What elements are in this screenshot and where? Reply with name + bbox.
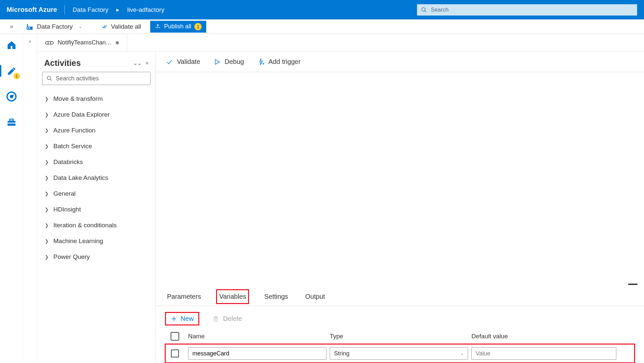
publish-all-button[interactable]: Publish all 1 <box>150 21 206 33</box>
activities-item[interactable]: ❯Machine Learning <box>42 233 151 249</box>
validate-all-button[interactable]: Validate all <box>101 23 141 30</box>
activities-search-placeholder: Search activities <box>56 75 99 82</box>
tab-variables[interactable]: Variables <box>216 289 249 304</box>
tab-output[interactable]: Output <box>303 290 327 303</box>
validate-label: Validate <box>177 58 200 66</box>
tabs-expand-col[interactable]: » <box>23 34 37 363</box>
chevron-down-icon: ⌄ <box>461 351 464 356</box>
activities-item-label: Data Lake Analytics <box>53 174 108 182</box>
activities-item[interactable]: ❯Azure Function <box>42 123 151 138</box>
breadcrumb-current[interactable]: live-adfactory <box>127 6 164 14</box>
gauge-icon <box>6 91 17 102</box>
rail-monitor[interactable] <box>4 89 19 104</box>
chevron-right-icon: ❯ <box>45 159 49 165</box>
plus-icon <box>171 316 177 322</box>
rail-manage[interactable] <box>4 114 19 130</box>
activities-item-label: Iteration & conditionals <box>53 222 117 229</box>
svg-rect-11 <box>10 119 13 121</box>
search-placeholder: Search <box>431 7 449 13</box>
trash-icon <box>212 316 219 322</box>
activities-item[interactable]: ❯Databricks <box>42 154 151 170</box>
chevron-right-icon: ❯ <box>45 175 49 181</box>
play-icon <box>213 58 221 66</box>
chevron-right-icon: ❯ <box>45 223 49 228</box>
breadcrumb-separator <box>65 5 65 14</box>
brand-label[interactable]: Microsoft Azure <box>7 6 57 14</box>
tab-settings[interactable]: Settings <box>262 290 290 303</box>
validate-all-icon <box>101 24 108 30</box>
properties-tabs: Parameters Variables Settings Output <box>156 288 644 306</box>
row-checkbox[interactable] <box>171 349 179 357</box>
rail-home[interactable] <box>4 37 19 53</box>
chevron-right-icon: ❯ <box>45 144 49 149</box>
select-all-checkbox[interactable] <box>171 332 179 341</box>
pipeline-icon <box>45 40 54 46</box>
breadcrumb-root[interactable]: Data Factory <box>72 6 108 14</box>
publish-icon <box>155 24 161 30</box>
new-label: New <box>181 315 194 322</box>
validate-all-label: Validate all <box>111 23 141 30</box>
tab-parameters[interactable]: Parameters <box>165 290 203 303</box>
variables-table: Name Type Default value String ⌄ <box>156 329 644 363</box>
data-factory-label: Data Factory <box>37 23 73 30</box>
delete-variable-button[interactable]: Delete <box>212 315 242 322</box>
activities-item-label: Power Query <box>53 253 90 261</box>
validate-button[interactable]: Validate <box>166 58 200 66</box>
search-icon <box>421 7 427 13</box>
activities-title: Activities <box>44 58 81 68</box>
activities-item[interactable]: ❯Iteration & conditionals <box>42 217 151 233</box>
activities-collapse-icon[interactable]: ⌄⌄ <box>133 60 142 66</box>
debug-button[interactable]: Debug <box>213 58 244 66</box>
variables-header-row: Name Type Default value <box>165 329 635 344</box>
canvas-toolbar: Validate Debug Add trigger <box>156 52 644 72</box>
svg-marker-18 <box>215 59 219 64</box>
pipeline-tab[interactable]: NotifiyTeamsChan… <box>37 34 127 51</box>
global-search[interactable]: Search <box>417 4 637 16</box>
col-type: Type <box>330 333 468 340</box>
check-icon <box>166 58 173 66</box>
left-rail: 1 <box>0 34 23 363</box>
activities-item-label: Databricks <box>53 158 83 166</box>
factory-toolbar: » Data Factory ⌄ Validate all Publish al… <box>0 19 644 34</box>
svg-rect-12 <box>8 123 15 124</box>
variable-type-value: String <box>334 350 350 357</box>
chevron-down-icon: ⌄ <box>76 24 85 29</box>
activities-panel: Activities ⌄⌄ « Search activities ❯Move … <box>37 52 156 363</box>
search-icon <box>46 75 52 81</box>
activities-hide-icon[interactable]: « <box>146 60 149 66</box>
variable-default-input[interactable] <box>471 347 616 360</box>
svg-line-1 <box>425 11 426 12</box>
activities-item[interactable]: ❯Batch Service <box>42 138 151 154</box>
trigger-icon <box>257 58 265 66</box>
svg-rect-5 <box>27 24 28 27</box>
pipeline-canvas[interactable] <box>156 72 644 288</box>
activities-item[interactable]: ❯Azure Data Explorer <box>42 107 151 123</box>
chevron-right-icon: ▶ <box>115 8 121 12</box>
activities-item-label: Azure Function <box>53 127 96 134</box>
new-variable-button[interactable]: New <box>165 312 199 325</box>
chevron-right-icon: ❯ <box>45 238 49 244</box>
activities-item[interactable]: ❯General <box>42 186 151 202</box>
svg-rect-4 <box>29 27 30 29</box>
activities-item[interactable]: ❯Move & transform <box>42 91 151 107</box>
rail-author[interactable]: 1 <box>4 63 19 79</box>
publish-count-badge: 1 <box>194 23 202 30</box>
add-trigger-button[interactable]: Add trigger <box>257 58 301 66</box>
chevron-right-icon: ❯ <box>45 128 49 133</box>
variable-row: String ⌄ <box>165 344 635 363</box>
data-factory-dropdown[interactable]: Data Factory ⌄ <box>26 23 85 31</box>
activities-item[interactable]: ❯Power Query <box>42 249 151 265</box>
activities-item-label: Azure Data Explorer <box>53 111 110 118</box>
variable-type-select[interactable]: String ⌄ <box>330 347 468 360</box>
activities-search[interactable]: Search activities <box>42 72 151 85</box>
panel-collapse-handle[interactable] <box>628 284 637 285</box>
activities-item[interactable]: ❯HDInsight <box>42 202 151 217</box>
home-icon <box>6 40 17 50</box>
svg-rect-13 <box>45 42 53 44</box>
variable-name-input[interactable] <box>188 347 326 360</box>
svg-point-16 <box>47 76 51 80</box>
activities-item[interactable]: ❯Data Lake Analytics <box>42 170 151 186</box>
expand-left-icon[interactable]: » <box>7 23 16 30</box>
variables-toolbar: New Delete <box>156 306 644 329</box>
add-trigger-label: Add trigger <box>268 58 301 66</box>
